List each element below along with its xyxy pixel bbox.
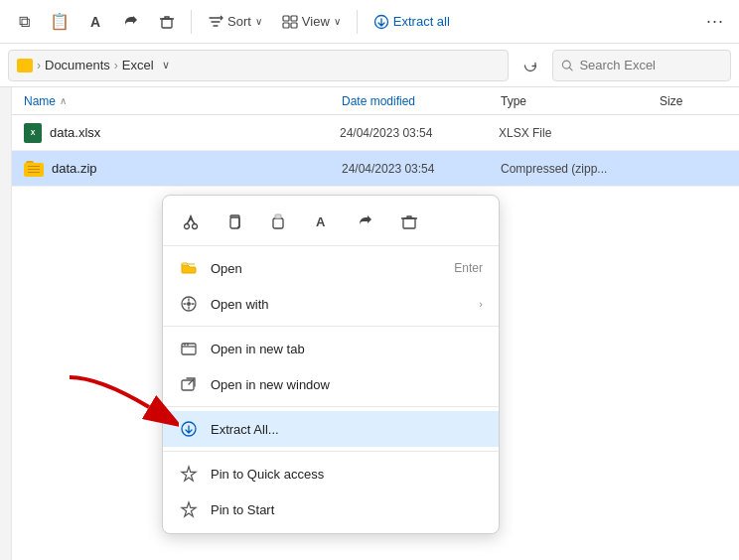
breadcrumb-sep2: › (114, 59, 118, 72)
table-row[interactable]: X data.xlsx 24/04/2023 03:54 XLSX File (12, 115, 739, 151)
file-date-zip: 24/04/2023 03:54 (342, 162, 501, 176)
svg-point-7 (185, 224, 190, 229)
pin-start-label: Pin to Start (211, 502, 483, 517)
sort-button[interactable]: Sort ∨ (200, 10, 270, 34)
extract-icon (179, 419, 199, 439)
svg-rect-13 (403, 218, 415, 228)
address-bar: › Documents › Excel ∨ (0, 44, 739, 87)
context-divider-3 (163, 451, 499, 452)
rename-ctx-icon[interactable]: A (306, 206, 338, 237)
extract-label: Extract All... (211, 422, 483, 437)
context-menu: A Open Enter (162, 195, 500, 534)
search-box[interactable] (552, 50, 731, 81)
svg-rect-11 (275, 214, 281, 218)
open-shortcut: Enter (454, 261, 483, 275)
font-icon[interactable]: A (79, 6, 111, 38)
open-with-label: Open with (211, 297, 467, 312)
delete-ctx-icon[interactable] (393, 206, 425, 237)
col-size-header[interactable]: Size (660, 94, 739, 108)
file-name-zip: data.zip (52, 161, 342, 176)
col-date-header[interactable]: Date modified (342, 94, 501, 108)
view-button[interactable]: View ∨ (274, 10, 349, 34)
svg-point-15 (187, 302, 191, 306)
open-with-arrow: › (479, 298, 483, 310)
paste-icon[interactable]: 📋 (44, 6, 75, 38)
view-chevron: ∨ (334, 16, 341, 27)
new-window-label: Open in new window (211, 377, 483, 392)
delete-icon[interactable] (151, 6, 183, 38)
sort-label: Sort (227, 14, 251, 29)
svg-rect-4 (291, 23, 297, 28)
breadcrumb[interactable]: › Documents › Excel ∨ (8, 50, 509, 81)
open-label: Open (211, 261, 442, 276)
file-date-xlsx: 24/04/2023 03:54 (340, 126, 499, 140)
sidebar (0, 87, 12, 560)
search-icon (561, 59, 573, 72)
breadcrumb-docs: Documents (45, 58, 110, 72)
paste-ctx-icon[interactable] (262, 206, 294, 237)
breadcrumb-dropdown-icon: ∨ (162, 59, 170, 71)
svg-rect-10 (273, 218, 283, 228)
xlsx-icon: X (24, 123, 42, 143)
table-row[interactable]: data.zip 24/04/2023 03:54 Compressed (zi… (12, 151, 739, 187)
name-sort-arrow: ∧ (60, 95, 67, 106)
pin-quick-icon (179, 464, 199, 484)
context-pin-quick[interactable]: Pin to Quick access (163, 456, 499, 491)
svg-point-8 (193, 224, 198, 229)
context-extract[interactable]: Extract All... (163, 411, 499, 447)
new-tab-label: Open in new tab (211, 342, 483, 356)
svg-rect-1 (283, 16, 289, 21)
open-icon (179, 258, 199, 278)
breadcrumb-excel: Excel (122, 58, 154, 72)
divider2 (357, 10, 358, 34)
context-new-tab[interactable]: Open in new tab (163, 331, 499, 366)
folder-icon (17, 59, 33, 72)
breadcrumb-sep1: › (37, 59, 41, 72)
context-open[interactable]: Open Enter (163, 250, 499, 286)
context-pin-start[interactable]: Pin to Start (163, 491, 499, 527)
svg-text:A: A (316, 214, 326, 229)
new-tab-icon (179, 339, 199, 358)
svg-rect-16 (182, 344, 196, 354)
view-label: View (302, 14, 330, 29)
svg-rect-2 (291, 16, 297, 21)
file-type-xlsx: XLSX File (499, 126, 658, 140)
context-toolbar: A (163, 202, 499, 246)
copy-ctx-icon[interactable] (219, 206, 250, 237)
cut-icon[interactable] (175, 206, 207, 237)
file-type-zip: Compressed (zipp... (501, 162, 660, 176)
col-type-header[interactable]: Type (501, 94, 660, 108)
share-icon[interactable] (115, 6, 147, 38)
svg-rect-3 (283, 23, 289, 28)
share-ctx-icon[interactable] (350, 206, 381, 237)
context-open-with[interactable]: Open with › (163, 286, 499, 322)
pin-start-icon (179, 499, 199, 519)
extract-all-label: Extract all (393, 14, 450, 29)
main-toolbar: ⧉ 📋 A Sort ∨ View ∨ (0, 0, 739, 44)
col-name-header[interactable]: Name ∧ (24, 94, 342, 108)
search-input[interactable] (579, 58, 722, 72)
context-divider-1 (163, 326, 499, 327)
sort-chevron: ∨ (255, 16, 262, 27)
open-with-icon (179, 294, 199, 314)
zip-icon (24, 159, 44, 179)
new-window-icon (179, 374, 199, 394)
extract-all-button[interactable]: Extract all (366, 10, 458, 34)
divider (191, 10, 192, 34)
context-divider-2 (163, 406, 499, 407)
context-new-window[interactable]: Open in new window (163, 366, 499, 402)
svg-rect-0 (162, 19, 172, 28)
column-headers: Name ∧ Date modified Type Size (12, 87, 739, 115)
pin-quick-label: Pin to Quick access (211, 467, 483, 482)
copy-icon[interactable]: ⧉ (8, 6, 40, 38)
more-button[interactable]: ··· (699, 6, 731, 38)
file-name-xlsx: data.xlsx (50, 125, 340, 140)
refresh-button[interactable] (517, 52, 544, 79)
